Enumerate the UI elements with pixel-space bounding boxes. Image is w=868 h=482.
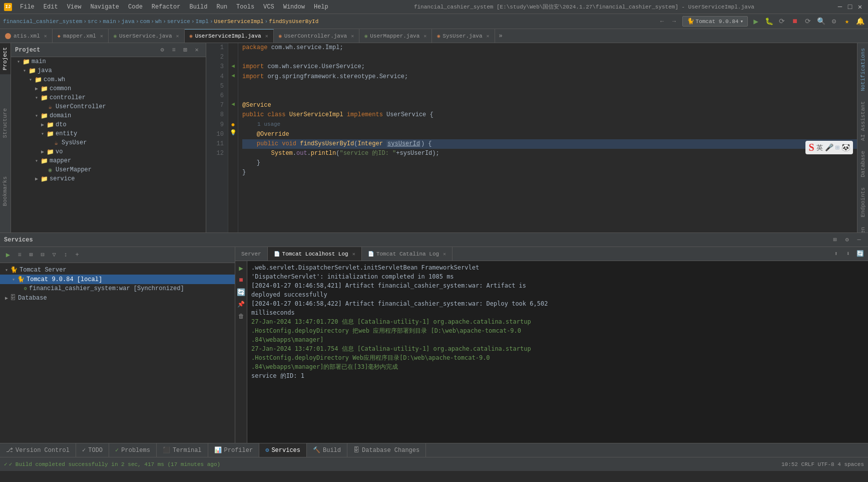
project-expand-icon[interactable]: ⊞: [180, 45, 190, 55]
tree-domain[interactable]: ▾ 📁 domain: [11, 111, 206, 120]
right-label-notifications[interactable]: Notifications: [858, 43, 867, 96]
st-filter-icon[interactable]: ▽: [49, 250, 59, 260]
window-controls[interactable]: ─ □ ✕: [836, 3, 864, 11]
breadcrumb-project[interactable]: financial_cashier_system: [3, 19, 82, 25]
right-label-maven[interactable]: Maven: [858, 222, 867, 232]
tab-sysuser[interactable]: ◉ SysUser.java ✕: [432, 29, 495, 43]
settings-icon[interactable]: ⚙: [829, 17, 839, 27]
tree-com-wh[interactable]: ▾ 📁 com.wh: [11, 75, 206, 84]
tab-mapper-xml[interactable]: ◆ mapper.xml ✕: [53, 29, 109, 43]
tab-close-mapper[interactable]: ✕: [100, 33, 103, 39]
st-add-icon[interactable]: +: [72, 250, 82, 260]
search-button[interactable]: 🔍: [816, 17, 826, 27]
server-tab-catalina-log[interactable]: 📄 Tomcat Catalina Log ✕: [362, 247, 453, 261]
code-text[interactable]: package com.wh.service.Impl; import com.…: [238, 43, 868, 232]
minimize-button[interactable]: ─: [836, 3, 844, 11]
tab-userserviceimpl[interactable]: ◉ UserServiceImpl.java ✕: [185, 29, 274, 43]
tree-controller[interactable]: ▾ 📁 controller: [11, 93, 206, 102]
right-label-endpoints[interactable]: Endpoints: [858, 182, 867, 222]
menu-help[interactable]: Help: [310, 3, 332, 12]
more-tabs-button[interactable]: »: [495, 29, 507, 43]
log-scroll-top[interactable]: ⬆: [831, 249, 841, 259]
rebuild-button[interactable]: ⟳: [803, 17, 813, 27]
nav-back-icon[interactable]: ←: [657, 17, 667, 27]
float-panda[interactable]: 🐼: [841, 143, 850, 152]
menu-file[interactable]: File: [16, 3, 39, 12]
bottom-tab-todo[interactable]: ✓ TODO: [76, 443, 109, 457]
breadcrumb-java[interactable]: java: [121, 19, 134, 25]
tab-close-localhost-log[interactable]: ✕: [352, 251, 355, 257]
project-settings-icon[interactable]: ⚙: [157, 45, 167, 55]
debug-button[interactable]: 🐛: [764, 17, 774, 27]
right-label-database[interactable]: Database: [858, 146, 867, 182]
bottom-tab-problems[interactable]: ✓ Problems: [109, 443, 157, 457]
log-side-icon3[interactable]: 🔄: [236, 287, 246, 297]
tree-database[interactable]: ▶ 🗄 Database: [0, 293, 235, 303]
left-tab-bookmarks[interactable]: Bookmarks: [0, 172, 11, 210]
breadcrumb[interactable]: financial_cashier_system › src › main › …: [3, 19, 318, 25]
services-expand-icon[interactable]: ⊞: [830, 235, 840, 245]
tab-close-userservice[interactable]: ✕: [176, 33, 179, 39]
menu-tools[interactable]: Tools: [232, 3, 258, 12]
star-icon[interactable]: ★: [842, 17, 852, 27]
log-side-icon2[interactable]: ■: [236, 275, 246, 285]
menu-refactor[interactable]: Refactor: [148, 3, 185, 12]
profile-button[interactable]: ⟳: [777, 17, 787, 27]
server-tab-server[interactable]: Server: [235, 247, 268, 261]
tab-close-atis[interactable]: ✕: [44, 33, 47, 39]
nav-forward-icon[interactable]: →: [669, 17, 679, 27]
tab-close-usercontroller[interactable]: ✕: [351, 33, 354, 39]
server-tab-localhost-log[interactable]: 📄 Tomcat Localhost Log ✕: [268, 247, 362, 261]
log-side-icon1[interactable]: ▶: [236, 263, 246, 273]
tree-entity[interactable]: ▾ 📁 entity: [11, 129, 206, 138]
left-tab-structure[interactable]: Structure: [0, 104, 11, 142]
menu-run[interactable]: Run: [212, 3, 231, 12]
tree-war[interactable]: ⚙ financial_cashier_system:war [Synchron…: [0, 284, 235, 293]
tab-userservice[interactable]: ◉ UserService.java ✕: [109, 29, 185, 43]
breadcrumb-method[interactable]: findSysUserById: [269, 19, 318, 25]
tree-java[interactable]: ▾ 📁 java: [11, 66, 206, 75]
tree-tomcat-server[interactable]: ▾ 🐈 Tomcat Server: [0, 265, 235, 275]
float-mic[interactable]: 🎤: [825, 143, 833, 152]
stop-button[interactable]: ■: [790, 17, 800, 27]
breadcrumb-main[interactable]: main: [103, 19, 116, 25]
tab-usercontroller[interactable]: ◉ UserController.java ✕: [274, 29, 359, 43]
tree-common[interactable]: ▶ 📁 common: [11, 84, 206, 93]
menu-bar[interactable]: File Edit View Navigate Code Refactor Bu…: [16, 3, 332, 12]
tree-usercontroller[interactable]: ☕ UserController: [11, 102, 206, 111]
float-grid[interactable]: ⊞: [835, 143, 839, 152]
tree-tomcat-instance[interactable]: ▾ 🐈 Tomcat 9.0.84 [local]: [0, 275, 235, 284]
tree-service[interactable]: ▶ 📁 service: [11, 174, 206, 183]
tree-usermapper[interactable]: ◉ UserMapper: [11, 165, 206, 174]
st-expand-icon[interactable]: ⊞: [26, 250, 36, 260]
bottom-tab-db-changes[interactable]: 🗄 Database Changes: [347, 443, 426, 457]
status-encoding[interactable]: 10:52 CRLF UTF-8 4 spaces: [781, 461, 864, 467]
tree-mapper[interactable]: ▾ 📁 mapper: [11, 156, 206, 165]
project-collapse-icon[interactable]: ≡: [169, 45, 179, 55]
menu-build[interactable]: Build: [185, 3, 211, 12]
bottom-tab-build[interactable]: 🔨 Build: [307, 443, 347, 457]
bottom-tab-terminal[interactable]: ⬛ Terminal: [157, 443, 208, 457]
tab-close-sysuser[interactable]: ✕: [487, 33, 490, 39]
tomcat-selector[interactable]: 🐈 Tomcat 9.0.84 ▾: [682, 16, 748, 27]
menu-navigate[interactable]: Navigate: [86, 3, 123, 12]
notifications-icon[interactable]: 🔔: [855, 17, 865, 27]
tree-main[interactable]: ▾ 📁 main: [11, 57, 206, 66]
st-collapse-icon[interactable]: ≡: [15, 250, 25, 260]
log-side-icon4[interactable]: 📌: [236, 299, 246, 309]
left-tab-project[interactable]: Project: [0, 43, 11, 74]
log-clear[interactable]: 🔄: [855, 249, 865, 259]
breadcrumb-com[interactable]: com: [140, 19, 150, 25]
log-scroll-bottom[interactable]: ⬇: [843, 249, 853, 259]
menu-code[interactable]: Code: [124, 3, 147, 12]
breadcrumb-wh[interactable]: wh: [155, 19, 162, 25]
bottom-tab-vcs[interactable]: ⎇ Version Control: [0, 443, 76, 457]
tab-close-catalina-log[interactable]: ✕: [443, 251, 446, 257]
breadcrumb-impl[interactable]: Impl: [196, 19, 209, 25]
tab-close-usermapper[interactable]: ✕: [423, 33, 426, 39]
services-settings-icon[interactable]: ⚙: [842, 235, 852, 245]
tab-usermapper[interactable]: ◉ UserMapper.java ✕: [359, 29, 432, 43]
menu-window[interactable]: Window: [279, 3, 309, 12]
right-label-ai[interactable]: AI Assistant: [858, 96, 867, 146]
breadcrumb-src[interactable]: src: [88, 19, 98, 25]
